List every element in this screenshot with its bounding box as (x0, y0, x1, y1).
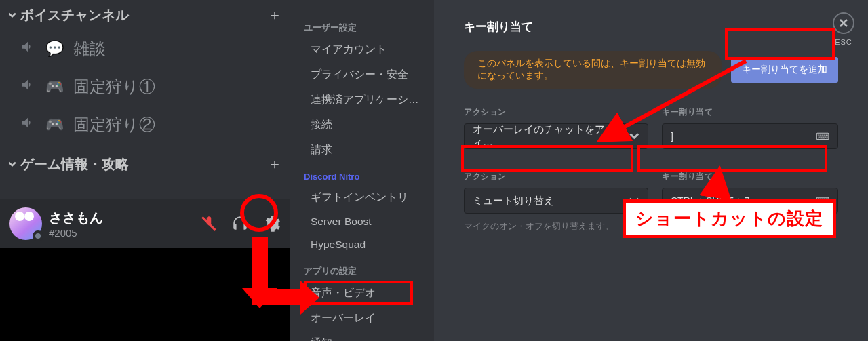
nav-apps[interactable]: 連携済アプリケーショ… (304, 88, 430, 112)
keybind-label: キー割り当て (662, 171, 838, 182)
gear-icon[interactable] (262, 214, 281, 233)
settings-sidebar: ユーザー設定 マイアカウント プライバシー・安全 連携済アプリケーショ… 接続 … (290, 0, 434, 341)
nav-overlay[interactable]: オーバーレイ (304, 306, 430, 330)
keybind-label: キー割り当て (662, 106, 838, 118)
voice-channel[interactable]: 🎮 固定狩り② (8, 106, 282, 144)
esc-label: ESC (833, 38, 854, 46)
settings-content: キー割り当て このパネルを表示している間は、キー割り当ては無効になっています。 … (434, 0, 868, 341)
nav-billing[interactable]: 請求 (304, 138, 430, 162)
warning-banner: このパネルを表示している間は、キー割り当ては無効になっています。 (464, 51, 722, 89)
speaker-icon (20, 115, 35, 134)
add-keybind-button[interactable]: キー割り当てを追加 (731, 57, 838, 83)
channel-name: 固定狩り① (73, 76, 155, 98)
voice-channel[interactable]: 💬 雑談 (8, 30, 282, 68)
channel-name: 固定狩り② (73, 114, 155, 136)
nav-privacy[interactable]: プライバシー・安全 (304, 63, 430, 87)
section-header: ユーザー設定 (304, 22, 430, 34)
close-settings[interactable]: ESC (833, 12, 854, 46)
action-select-2[interactable]: ミュート切り替え (464, 188, 648, 214)
group-title: ボイスチャンネル (20, 6, 129, 24)
keybind-help: マイクのオン・オフを切り替えます。 (464, 220, 648, 233)
group-title: ゲーム情報・攻略 (20, 155, 129, 174)
nav-connections[interactable]: 接続 (304, 113, 430, 137)
chevron-down-icon (8, 160, 16, 168)
keyboard-icon: ⌨ (816, 195, 829, 206)
channel-name: 雑談 (73, 38, 106, 60)
section-header-nitro: Discord Nitro (304, 172, 430, 182)
user-footer: ささもん #2005 (0, 199, 290, 248)
keybind-input-1[interactable]: ] ⌨ (662, 123, 838, 149)
section-header-app: アプリの設定 (304, 265, 430, 277)
voice-channels-header[interactable]: ボイスチャンネル ＋ (8, 0, 282, 30)
username: ささもん (49, 209, 193, 227)
nav-boost[interactable]: Server Boost (304, 211, 430, 233)
add-channel-icon[interactable]: ＋ (267, 154, 282, 174)
keybind-input-2[interactable]: CTRL + SHIFT + Z ⌨ (662, 188, 838, 214)
game-info-header[interactable]: ゲーム情報・攻略 ＋ (8, 149, 282, 179)
add-channel-icon[interactable]: ＋ (267, 5, 282, 25)
nav-gift[interactable]: ギフトインベントリ (304, 186, 430, 209)
headphones-icon[interactable] (231, 214, 250, 233)
voice-channel[interactable]: 🎮 固定狩り① (8, 68, 282, 106)
chevron-down-icon (8, 11, 16, 19)
status-indicator (33, 230, 43, 241)
nav-my-account[interactable]: マイアカウント (304, 38, 430, 62)
user-tag: #2005 (49, 227, 193, 239)
keybind-value: CTRL + SHIFT + Z (671, 195, 750, 206)
gamepad-icon: 🎮 (45, 116, 64, 134)
chevron-down-icon (629, 131, 639, 142)
page-title: キー割り当て (464, 19, 838, 35)
nav-voice[interactable]: 音声・ビデオ (304, 281, 430, 305)
close-icon[interactable] (833, 12, 854, 34)
nav-hype[interactable]: HypeSquad (304, 234, 430, 256)
action-value: ミュート切り替え (473, 195, 554, 207)
speaker-icon (20, 77, 35, 96)
mute-mic-icon[interactable] (199, 214, 218, 233)
action-value: オーバーレイのチャットをアクティ… (473, 123, 629, 149)
action-label: アクション (464, 106, 648, 118)
keyboard-icon: ⌨ (816, 131, 829, 142)
server-channel-panel: ボイスチャンネル ＋ 💬 雑談 🎮 固定狩り① 🎮 固定狩り② (0, 0, 290, 248)
gamepad-icon: 🎮 (45, 78, 64, 96)
nav-notify[interactable]: 通知 (304, 332, 430, 341)
chevron-down-icon (629, 195, 639, 206)
speech-icon: 💬 (45, 40, 64, 58)
action-select-1[interactable]: オーバーレイのチャットをアクティ… (464, 123, 648, 149)
action-label: アクション (464, 171, 648, 182)
keybind-value: ] (671, 131, 673, 142)
speaker-icon (20, 39, 35, 58)
